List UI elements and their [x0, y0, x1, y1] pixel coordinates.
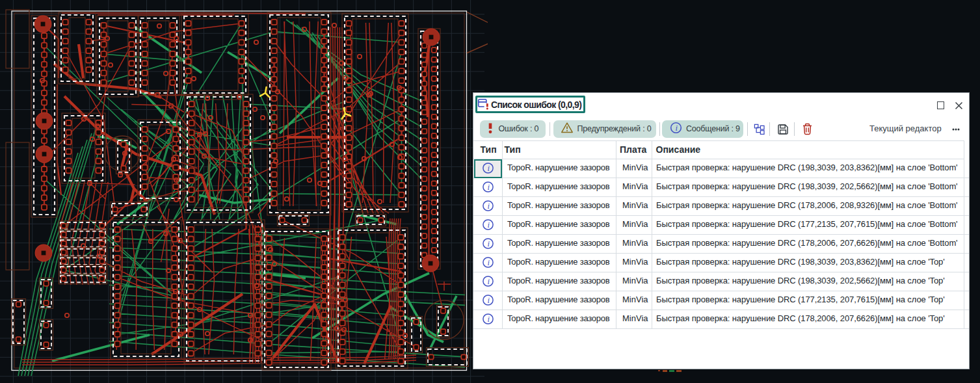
- svg-text:i: i: [487, 315, 490, 324]
- svg-text:i: i: [487, 296, 490, 305]
- svg-text:i: i: [487, 239, 490, 248]
- svg-text:i: i: [487, 202, 490, 211]
- svg-text:i: i: [487, 220, 490, 230]
- svg-text:i: i: [487, 183, 490, 192]
- svg-text:i: i: [487, 277, 490, 286]
- svg-text:i: i: [487, 258, 490, 267]
- svg-text:i: i: [675, 123, 678, 133]
- svg-text:i: i: [487, 164, 490, 173]
